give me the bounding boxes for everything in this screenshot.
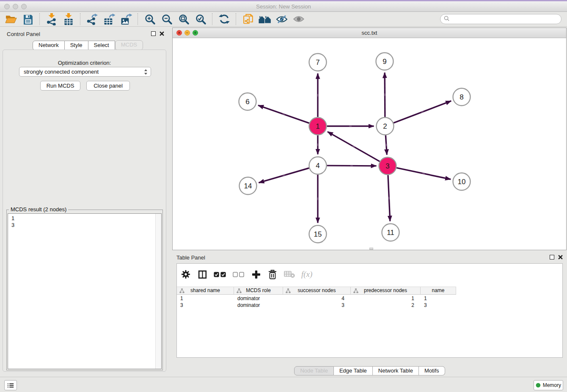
column-header-mcds-role[interactable]: MCDS role bbox=[234, 287, 283, 294]
tab-node-table[interactable]: Node Table bbox=[294, 366, 334, 375]
refresh-network-icon[interactable] bbox=[216, 12, 233, 26]
tab-select[interactable]: Select bbox=[88, 41, 115, 50]
mcds-result-item[interactable]: 3 bbox=[11, 222, 161, 229]
tab-edge-table[interactable]: Edge Table bbox=[334, 366, 373, 375]
network-view-frame: × − + scc.txt 7968124314101511 bbox=[172, 28, 567, 250]
tab-mcds[interactable]: MCDS bbox=[115, 40, 143, 50]
zoom-fit-icon[interactable] bbox=[175, 12, 192, 26]
graph-node-14[interactable]: 14 bbox=[239, 177, 257, 195]
column-header-name[interactable]: name bbox=[421, 287, 456, 294]
graph-node-1[interactable]: 1 bbox=[309, 118, 327, 135]
table-cell: 3 bbox=[421, 302, 456, 309]
graph-node-label: 6 bbox=[245, 98, 249, 106]
close-icon bbox=[558, 255, 563, 259]
graph-node-label: 1 bbox=[316, 122, 319, 130]
export-image-icon[interactable] bbox=[118, 12, 135, 26]
graph-node-label: 8 bbox=[460, 93, 463, 101]
table-cell: 1 bbox=[177, 295, 234, 302]
control-panel: Control Panel NetworkStyleSelectMCDS Opt… bbox=[0, 27, 169, 376]
graph-node-label: 14 bbox=[244, 182, 252, 190]
memory-status-icon bbox=[536, 383, 541, 388]
table-panel: Table Panel f(x) shared nameMCDS rolesuc… bbox=[172, 252, 567, 376]
toolbar-separator bbox=[138, 13, 138, 25]
graph-node-10[interactable]: 10 bbox=[453, 173, 471, 190]
memory-label: Memory bbox=[543, 382, 561, 388]
tab-motifs[interactable]: Motifs bbox=[419, 366, 445, 375]
export-network-icon[interactable] bbox=[84, 12, 101, 26]
table-cell: 3 bbox=[177, 302, 234, 309]
application-window: Session: New Session Control Panel Netwo… bbox=[0, 0, 567, 392]
column-header-successor-nodes[interactable]: successor nodes bbox=[283, 287, 351, 294]
network-canvas[interactable]: 7968124314101511 bbox=[173, 38, 566, 250]
add-column-icon[interactable] bbox=[251, 270, 261, 279]
graph-node-11[interactable]: 11 bbox=[382, 224, 399, 241]
graph-node-8[interactable]: 8 bbox=[453, 88, 471, 106]
tree-icon bbox=[353, 288, 358, 295]
graph-node-7[interactable]: 7 bbox=[309, 54, 327, 71]
select-all-icon[interactable] bbox=[214, 271, 226, 278]
tab-network-table[interactable]: Network Table bbox=[373, 366, 419, 375]
zoom-out-icon[interactable] bbox=[158, 12, 175, 26]
float-icon bbox=[550, 255, 554, 259]
close-panel-action-button[interactable]: Close panel bbox=[86, 81, 130, 91]
home-icon[interactable] bbox=[256, 12, 273, 26]
criterion-dropdown[interactable]: strongly connected component bbox=[19, 67, 151, 77]
hide-selected-icon[interactable] bbox=[273, 12, 290, 26]
graph-node-6[interactable]: 6 bbox=[239, 93, 256, 110]
tab-style[interactable]: Style bbox=[65, 41, 88, 50]
show-all-icon[interactable] bbox=[290, 12, 307, 26]
graph-node-label: 15 bbox=[314, 230, 322, 238]
table-cell: dominator bbox=[234, 295, 283, 302]
main-titlebar: Session: New Session bbox=[0, 1, 567, 12]
table-panel-title: Table Panel bbox=[176, 254, 205, 261]
column-header-predecessor-nodes[interactable]: predecessor nodes bbox=[351, 287, 421, 294]
table-cell: 4 bbox=[283, 295, 351, 302]
graph-node-2[interactable]: 2 bbox=[377, 118, 394, 135]
delete-column-icon[interactable] bbox=[267, 270, 278, 279]
main-toolbar bbox=[0, 12, 567, 27]
open-session-icon[interactable] bbox=[3, 12, 19, 26]
import-table-icon[interactable] bbox=[60, 12, 77, 26]
result-scrollbar[interactable] bbox=[155, 214, 161, 369]
graph-node-15[interactable]: 15 bbox=[309, 226, 327, 243]
graph-node-label: 10 bbox=[458, 178, 466, 186]
deselect-all-icon[interactable] bbox=[233, 272, 245, 277]
mcds-result-item[interactable]: 1 bbox=[11, 215, 161, 222]
mcds-result-list[interactable]: 13 bbox=[8, 213, 162, 369]
float-panel-button[interactable] bbox=[151, 31, 156, 36]
float-table-panel-button[interactable] bbox=[550, 255, 554, 259]
function-builder-icon: f(x) bbox=[301, 270, 312, 279]
copy-network-icon[interactable] bbox=[239, 12, 256, 26]
delete-table-icon bbox=[284, 271, 295, 278]
float-icon bbox=[151, 31, 156, 36]
graph-node-4[interactable]: 4 bbox=[309, 157, 327, 174]
close-table-panel-button[interactable] bbox=[558, 255, 563, 259]
tab-network[interactable]: Network bbox=[33, 41, 65, 50]
mcds-panel: Optimization criterion: strongly connect… bbox=[3, 50, 166, 372]
memory-button[interactable]: Memory bbox=[534, 380, 563, 390]
frame-resize-handle[interactable] bbox=[369, 248, 373, 250]
search-input[interactable] bbox=[451, 16, 558, 22]
optimization-label: Optimization criterion: bbox=[3, 60, 166, 66]
graph-node-3[interactable]: 3 bbox=[379, 157, 396, 175]
list-icon bbox=[7, 382, 14, 389]
table-row[interactable]: 1dominator411 bbox=[177, 295, 456, 302]
zoom-in-icon[interactable] bbox=[141, 12, 158, 26]
table-toolbar: f(x) bbox=[181, 267, 312, 282]
export-table-icon[interactable] bbox=[101, 12, 118, 26]
import-network-icon[interactable] bbox=[43, 12, 60, 26]
table-settings-icon[interactable] bbox=[181, 270, 191, 279]
table-columns-icon[interactable] bbox=[197, 270, 207, 279]
table-row[interactable]: 3dominator323 bbox=[177, 302, 456, 309]
save-session-icon[interactable] bbox=[19, 12, 36, 26]
search-box[interactable] bbox=[440, 14, 561, 24]
column-header-shared-name[interactable]: shared name bbox=[177, 287, 234, 294]
graph-node-label: 7 bbox=[316, 58, 319, 66]
task-history-button[interactable] bbox=[4, 380, 17, 390]
control-panel-title: Control Panel bbox=[7, 31, 40, 37]
zoom-selected-icon[interactable] bbox=[192, 12, 209, 26]
graph-node-9[interactable]: 9 bbox=[376, 53, 394, 70]
close-panel-button[interactable] bbox=[160, 31, 164, 36]
toolbar-separator bbox=[39, 13, 40, 25]
run-mcds-button[interactable]: Run MCDS bbox=[40, 81, 80, 91]
